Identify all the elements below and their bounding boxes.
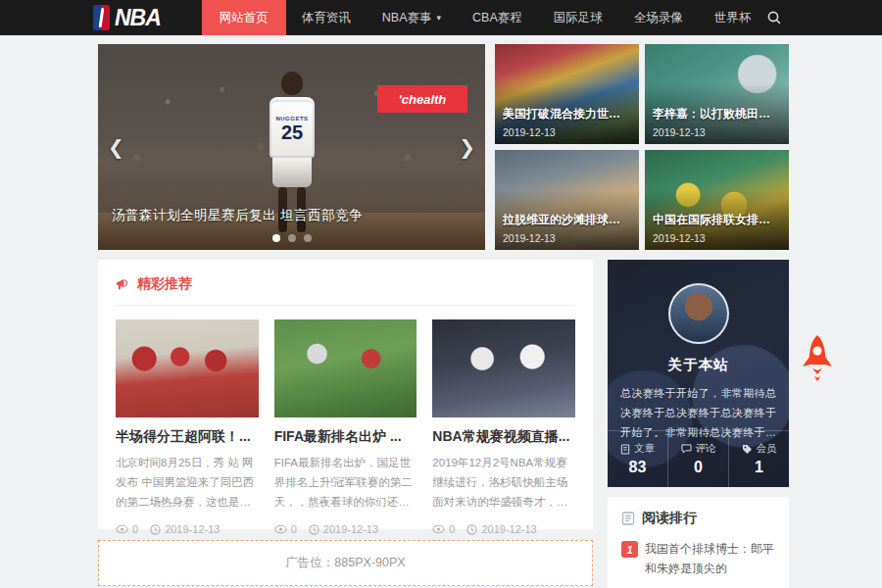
article-thumbnail <box>116 319 259 417</box>
hero-caption[interactable]: 汤普森计划全明星赛后复出 坦言西部竞争 <box>112 207 363 224</box>
search-icon[interactable] <box>766 0 782 35</box>
courtside-ad-board: 'chealth <box>377 85 467 113</box>
comment-icon <box>681 444 692 454</box>
ranking-header: 阅读排行 <box>621 510 775 527</box>
news-title: 李梓嘉：以打败桃田贤斗... <box>653 106 781 122</box>
carousel-dots <box>98 234 485 242</box>
nav-item-home[interactable]: 网站首页 <box>202 0 286 35</box>
document-icon <box>620 444 630 455</box>
article-card[interactable]: FIFA最新排名出炉 ... FIFA最新排名出炉，国足世界排名上升!冠军联赛的… <box>274 319 417 535</box>
carousel-next-arrow-icon[interactable]: ❯ <box>453 129 481 165</box>
top-news-grid: 美国打破混合接力世界纪... 2019-12-13 李梓嘉：以打败桃田贤斗...… <box>495 44 789 250</box>
article-card[interactable]: 半场得分王超阿联！... 北京时间8月25日，秀 站 网发布 中国男篮迎来了同巴… <box>116 319 259 535</box>
clock-icon <box>150 524 161 535</box>
stat-comments[interactable]: 评论 0 <box>667 431 728 487</box>
section-title: 精彩推荐 <box>137 275 192 293</box>
news-date: 2019-12-13 <box>653 126 706 138</box>
news-card[interactable]: 拉脱维亚的沙滩排球运动... 2019-12-13 <box>495 150 639 250</box>
avatar[interactable] <box>668 283 729 344</box>
eye-icon <box>116 524 128 534</box>
logo-text: NBA <box>115 5 161 31</box>
stat-members[interactable]: 会员 1 <box>728 431 789 487</box>
nba-logoman-icon <box>93 5 110 30</box>
chevron-down-icon: ▾ <box>437 13 442 23</box>
ranking-item[interactable]: 1 我国首个排球博士：郎平和朱婷是顶尖的 <box>621 540 775 588</box>
about-widget: 关于本站 总决赛终于开始了，非常期待总决赛终于总决赛终于总决赛终于开始了。非常期… <box>608 260 789 487</box>
article-date: 2019-12-13 <box>165 523 220 535</box>
hero-carousel[interactable]: 'chealth NUGGETS 25 汤普森计划全明星赛后复出 坦言西部竞争 … <box>98 44 485 250</box>
reading-ranking-widget: 阅读排行 1 我国首个排球博士：郎平和朱婷是顶尖的 2 NBA常规赛高清直播：湖… <box>608 497 789 588</box>
article-date: 2019-12-13 <box>481 523 536 535</box>
about-stats: 文章 83 评论 0 会员 1 <box>608 430 789 487</box>
clock-icon <box>466 524 477 535</box>
news-title: 美国打破混合接力世界纪... <box>503 106 631 122</box>
article-excerpt: 北京时间8月25日，秀 站 网发布 中国男篮迎来了同巴西的第二场热身赛，这也是他… <box>116 453 259 512</box>
article-title: FIFA最新排名出炉 ... <box>274 428 417 446</box>
list-icon <box>621 512 635 525</box>
article-title: 半场得分王超阿联！... <box>116 428 259 446</box>
back-to-top-rocket-icon[interactable] <box>800 333 835 382</box>
nav-item-cba-schedule[interactable]: CBA赛程 <box>457 0 538 35</box>
carousel-prev-arrow-icon[interactable]: ❮ <box>102 129 130 165</box>
article-title: NBA常规赛视频直播... <box>432 428 575 446</box>
article-thumbnail <box>432 319 575 417</box>
view-count: 0 <box>291 523 297 535</box>
news-date: 2019-12-13 <box>653 232 706 244</box>
nav-item-full-replays[interactable]: 全场录像 <box>618 0 699 35</box>
article-excerpt: FIFA最新排名出炉，国足世界排名上升!冠军联赛的第二天，，熬夜看球的你们还好吗… <box>274 453 417 512</box>
stat-articles[interactable]: 文章 83 <box>608 431 667 487</box>
top-navbar: NBA 网站首页 体育资讯 NBA赛事 ▾ CBA赛程 国际足球 全场录像 世界… <box>0 0 882 35</box>
news-card[interactable]: 中国在国际排联女排世界... 2019-12-13 <box>645 150 789 250</box>
ranking-item-text: 我国首个排球博士：郎平和朱婷是顶尖的 <box>645 540 775 579</box>
nav-item-sports-news[interactable]: 体育资讯 <box>286 0 367 35</box>
news-date: 2019-12-13 <box>503 232 556 244</box>
ranking-title: 阅读排行 <box>642 510 697 527</box>
ad-placeholder[interactable]: 广告位：885PX-90PX <box>98 540 593 586</box>
article-excerpt: 2019年12月2号NBA常规赛继续进行，洛杉矶快船主场面对来访的华盛顿奇才，上… <box>432 453 575 512</box>
eye-icon <box>432 524 445 534</box>
site-logo[interactable]: NBA <box>93 0 161 35</box>
eye-icon <box>274 524 287 534</box>
news-title: 拉脱维亚的沙滩排球运动... <box>503 212 631 228</box>
article-row: 半场得分王超阿联！... 北京时间8月25日，秀 站 网发布 中国男篮迎来了同巴… <box>116 319 575 535</box>
view-count: 0 <box>132 523 138 535</box>
rank-number-badge: 1 <box>621 541 638 558</box>
featured-header: 精彩推荐 <box>116 275 575 306</box>
ad-text: 广告位：885PX-90PX <box>285 555 405 571</box>
megaphone-icon <box>116 277 130 291</box>
clock-icon <box>309 524 319 535</box>
news-card[interactable]: 李梓嘉：以打败桃田贤斗... 2019-12-13 <box>645 44 789 144</box>
carousel-dot-3[interactable] <box>304 234 312 242</box>
article-card[interactable]: NBA常规赛视频直播... 2019年12月2号NBA常规赛继续进行，洛杉矶快船… <box>432 319 575 535</box>
nav-item-nba-games[interactable]: NBA赛事 ▾ <box>367 0 457 35</box>
article-date: 2019-12-13 <box>323 523 378 535</box>
news-title: 中国在国际排联女排世界... <box>653 212 781 228</box>
featured-section: 精彩推荐 半场得分王超阿联！... 北京时间8月25日，秀 站 网发布 中国男篮… <box>98 260 593 529</box>
carousel-dot-1[interactable] <box>272 234 280 242</box>
article-thumbnail <box>274 319 417 417</box>
nav-item-world-cup[interactable]: 世界杯 <box>699 0 767 35</box>
tag-icon <box>742 444 753 455</box>
view-count: 0 <box>449 523 455 535</box>
stat-value: 83 <box>629 459 647 476</box>
stat-value: 1 <box>755 459 763 476</box>
news-date: 2019-12-13 <box>503 126 556 138</box>
jersey-number: 25 <box>281 122 303 142</box>
nav-item-intl-football[interactable]: 国际足球 <box>538 0 618 35</box>
news-card[interactable]: 美国打破混合接力世界纪... 2019-12-13 <box>495 44 639 144</box>
stat-value: 0 <box>694 459 703 476</box>
about-title: 关于本站 <box>608 356 789 374</box>
carousel-dot-2[interactable] <box>288 234 296 242</box>
main-nav: 网站首页 体育资讯 NBA赛事 ▾ CBA赛程 国际足球 全场录像 世界杯 <box>202 0 766 35</box>
